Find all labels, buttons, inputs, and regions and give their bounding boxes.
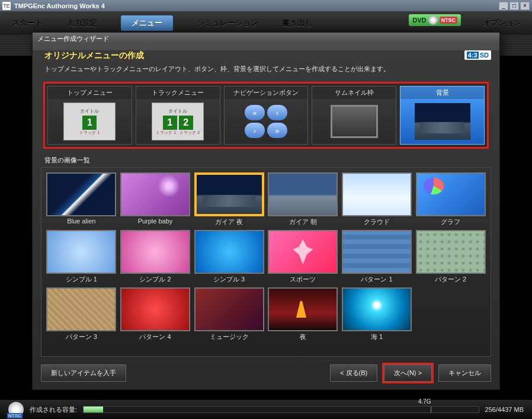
app-icon: TE	[2, 2, 11, 10]
gallery-item-label: Purple baby	[138, 218, 173, 225]
tab-option[interactable]: オプション	[483, 18, 521, 28]
gallery-item[interactable]: クラウド	[342, 172, 412, 226]
ntsc-badge: NTSC	[440, 17, 458, 24]
gallery-thumb	[194, 287, 264, 331]
close-button[interactable]: ×	[520, 2, 530, 10]
nav-last-icon: »	[267, 123, 287, 138]
gallery-item-label: ガイア 朝	[289, 218, 317, 226]
gallery-thumb	[46, 230, 116, 274]
gallery-thumb	[416, 172, 486, 216]
maximize-button[interactable]: □	[509, 2, 519, 10]
thumb-frame-preview	[331, 105, 378, 138]
category-navbutton[interactable]: ナビゲーションボタン « ‹ › »	[224, 86, 309, 145]
gallery-thumb	[268, 230, 338, 274]
storage-marker: 4.7G	[418, 398, 431, 405]
wizard-footer: 新しいアイテムを入手 < 戻る(B) 次へ(N) > キャンセル	[33, 357, 499, 389]
category-label: トラックメニュー	[136, 87, 220, 99]
next-button[interactable]: 次へ(N) >	[384, 364, 432, 382]
tab-menu[interactable]: メニュー	[121, 15, 173, 31]
gallery-item-label: クラウド	[364, 218, 390, 226]
gallery-item[interactable]: シンプル 2	[120, 230, 191, 284]
nav-prev-icon: ‹	[267, 105, 287, 120]
wizard-desc: トップメニューやトラックメニューのレイアウト、ボタン、枠、背景を選択してメニュー…	[44, 65, 488, 73]
mock-title: タイトル	[168, 108, 187, 114]
gallery-item[interactable]: パターン 1	[342, 230, 412, 284]
category-label: サムネイル枠	[312, 87, 396, 99]
gallery-item[interactable]: 海 1	[342, 287, 412, 341]
background-gallery: Blue alienPurple babyガイア 夜ガイア 朝クラウドグラフシン…	[41, 167, 491, 357]
gallery-item-label: パターン 3	[66, 332, 97, 341]
gallery-thumb	[46, 287, 116, 331]
gallery-item[interactable]: 夜	[268, 287, 338, 341]
gallery-thumb	[194, 172, 264, 216]
gallery-item[interactable]: シンプル 1	[46, 230, 117, 284]
gallery-item[interactable]: ガイア 夜	[194, 172, 264, 226]
tab-start[interactable]: スタート	[12, 18, 43, 28]
format-badge[interactable]: DVD NTSC	[409, 14, 461, 26]
gallery-item[interactable]: パターン 3	[46, 287, 117, 341]
category-label: トップメニュー	[48, 87, 132, 99]
category-background[interactable]: 背景	[400, 86, 485, 145]
bg-preview	[415, 103, 470, 140]
gallery-thumb	[342, 172, 412, 216]
get-new-items-button[interactable]: 新しいアイテムを入手	[41, 364, 126, 382]
category-trackmenu[interactable]: トラックメニュー タイトル 12 トラック 1トラック 2	[136, 86, 220, 145]
storage-gauge: 4.7G	[83, 406, 479, 413]
gallery-item-label: シンプル 2	[139, 275, 171, 284]
storage-size: 256/4437 MB	[485, 406, 524, 413]
tab-sim[interactable]: シミュレーション	[197, 18, 258, 28]
storage-markline	[431, 407, 431, 412]
storage-label: 作成される容量:	[30, 405, 77, 414]
gallery-thumb	[120, 172, 190, 216]
gallery-item-label: 海 1	[371, 332, 383, 341]
mock-title: タイトル	[80, 108, 99, 114]
dvd-label: DVD	[412, 17, 426, 24]
disc-icon: NTSC	[8, 402, 24, 417]
category-label: 背景	[400, 87, 484, 99]
tab-input[interactable]: 入力設定	[66, 18, 97, 28]
wizard-heading: オリジナルメニューの作成	[44, 50, 488, 61]
gallery-item-label: ガイア 夜	[215, 218, 243, 226]
gallery-thumb	[342, 287, 412, 331]
cancel-button[interactable]: キャンセル	[438, 364, 491, 382]
gallery-item[interactable]: Blue alien	[46, 172, 117, 226]
gallery-item[interactable]: Purple baby	[120, 172, 191, 226]
app-title: TMPGEnc Authoring Works 4	[14, 2, 499, 9]
category-topmenu[interactable]: トップメニュー タイトル 1 トラック 1	[47, 86, 132, 145]
gallery-item[interactable]: ミュージック	[194, 287, 264, 341]
menu-wizard: メニュー作成ウィザード オリジナルメニューの作成 トップメニューやトラックメニュ…	[32, 32, 500, 390]
gallery-item-label: シンプル 1	[66, 275, 97, 284]
gallery-thumb	[120, 230, 190, 274]
storage-bar: NTSC 作成される容量: 4.7G 256/4437 MB	[0, 400, 532, 419]
gallery-item[interactable]: スポーツ	[268, 230, 338, 284]
gallery-thumb	[120, 287, 190, 331]
gallery-item[interactable]: パターン 4	[120, 287, 191, 341]
gallery-item-label: 夜	[300, 332, 306, 341]
ntsc-small: NTSC	[7, 413, 23, 418]
gallery-item-label: シンプル 3	[213, 275, 245, 284]
category-thumbnail[interactable]: サムネイル枠	[312, 86, 396, 145]
gallery-label: 背景の画像一覧	[33, 152, 499, 167]
gallery-item[interactable]: ガイア 朝	[268, 172, 338, 226]
gallery-item-label: スポーツ	[290, 275, 316, 284]
gallery-thumb	[46, 172, 116, 216]
minimize-button[interactable]: _	[499, 2, 508, 10]
gallery-thumb	[268, 287, 338, 331]
wizard-title: メニュー作成ウィザード	[33, 33, 499, 44]
aspect-ratio: 4:3	[467, 52, 479, 59]
category-row: トップメニュー タイトル 1 トラック 1 トラックメニュー タイトル 12 ト…	[43, 82, 489, 149]
gallery-item[interactable]: パターン 2	[415, 230, 486, 284]
nav-next-icon: ›	[245, 123, 265, 138]
back-button[interactable]: < 戻る(B)	[330, 364, 377, 382]
gallery-item-label: パターン 4	[139, 332, 171, 341]
gallery-item[interactable]: グラフ	[415, 172, 486, 226]
tab-output[interactable]: 書き出し	[282, 18, 313, 28]
gallery-item-label: ミュージック	[210, 332, 249, 341]
category-label: ナビゲーションボタン	[225, 87, 308, 99]
mock-track1: トラック 1	[79, 130, 100, 136]
gallery-thumb	[342, 230, 412, 274]
gallery-item[interactable]: シンプル 3	[194, 230, 264, 284]
gallery-thumb	[416, 230, 486, 274]
disc-icon	[428, 15, 438, 25]
wizard-intro: オリジナルメニューの作成 トップメニューやトラックメニューのレイアウト、ボタン、…	[33, 44, 499, 78]
